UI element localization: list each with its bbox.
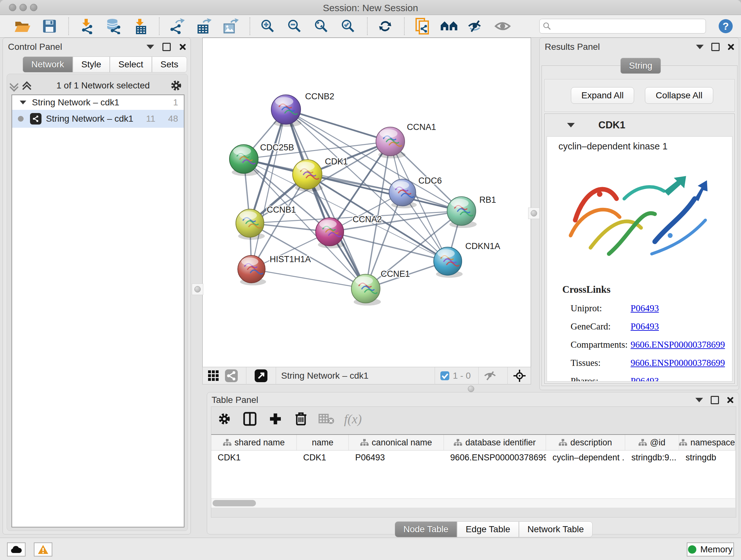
column-header-shared-name[interactable]: shared name <box>211 435 297 450</box>
node-table: shared namenamecanonical namedatabase id… <box>211 434 735 508</box>
search-input[interactable] <box>551 21 702 32</box>
birds-eye-view-button[interactable] <box>206 369 220 383</box>
tab-edge-table[interactable]: Edge Table <box>457 521 519 537</box>
collection-expander-icon[interactable] <box>20 101 26 105</box>
delete-column-button[interactable] <box>293 411 309 427</box>
selected-nodes-checkbox[interactable] <box>440 371 450 381</box>
node-label-CCNB2: CCNB2 <box>305 91 334 101</box>
update-network-button[interactable] <box>376 17 394 36</box>
gene-card-header[interactable]: CDK1 <box>545 115 733 136</box>
create-column-button[interactable] <box>267 411 283 427</box>
tab-network-table[interactable]: Network Table <box>519 521 593 537</box>
left-splitter-handle[interactable] <box>192 284 203 295</box>
scrollbar-thumb[interactable] <box>212 500 256 506</box>
network-node-CCNA2[interactable] <box>316 218 345 248</box>
warnings-button[interactable] <box>34 543 52 557</box>
network-node-CCNA1[interactable] <box>376 127 406 159</box>
network-edge-CCNB2-HIST1H1A[interactable] <box>252 110 286 269</box>
crosslink-uniprot-link[interactable]: P06493 <box>630 303 659 313</box>
network-node-CCNB2[interactable] <box>271 95 301 127</box>
network-edge-CCNB2-CCNA1[interactable] <box>286 110 390 141</box>
column-header-database-identifier[interactable]: database identifier <box>444 435 546 450</box>
network-collection-row[interactable]: String Network – cdk1 1 <box>12 95 184 110</box>
expand-all-button[interactable]: Expand All <box>571 87 634 104</box>
function-builder-button[interactable]: f(x) <box>344 412 362 427</box>
tab-network[interactable]: Network <box>23 57 73 72</box>
help-button[interactable]: ? <box>719 19 733 33</box>
column-header-namespace[interactable]: namespace <box>679 435 735 450</box>
zoom-fit-button[interactable] <box>312 17 331 36</box>
export-table-button[interactable] <box>195 17 213 36</box>
save-session-button[interactable] <box>40 17 59 36</box>
network-row-selected[interactable]: String Network – cdk1 11 48 <box>12 110 184 128</box>
network-node-RB1[interactable] <box>447 197 477 228</box>
network-canvas[interactable]: CCNB2CCNA1CDC25BCDK1CDC6RB1CCNB1CCNA2CDK… <box>202 38 531 367</box>
network-node-HIST1H1A[interactable] <box>238 255 266 286</box>
houses-icon <box>440 19 458 33</box>
status-bar: Memory <box>0 538 741 560</box>
fit-selected-crosshair-icon[interactable] <box>513 369 526 382</box>
show-all-button[interactable] <box>493 17 512 36</box>
delete-table-button[interactable] <box>319 411 334 427</box>
network-options-gear-icon[interactable] <box>171 80 182 91</box>
tab-node-table[interactable]: Node Table <box>395 521 457 537</box>
bottom-splitter-handle[interactable] <box>465 385 477 392</box>
network-overview-toggle[interactable] <box>224 369 239 383</box>
zoom-in-button[interactable] <box>259 17 277 36</box>
collapse-all-button[interactable]: Collapse All <box>645 87 713 104</box>
memory-button[interactable]: Memory <box>687 543 734 557</box>
detach-view-button[interactable] <box>254 369 268 383</box>
table-row[interactable]: CDK1CDK1P064939606.ENSP00000378699cyclin… <box>211 450 735 464</box>
zoom-out-button[interactable] <box>285 17 304 36</box>
network-node-CCNB1[interactable] <box>236 209 265 240</box>
close-panel-icon[interactable] <box>727 396 734 403</box>
tab-sets[interactable]: Sets <box>152 57 187 72</box>
column-header-name[interactable]: name <box>297 435 349 450</box>
clone-network-button[interactable] <box>413 17 431 36</box>
network-node-CDK1[interactable] <box>293 160 323 192</box>
expand-all-icon[interactable] <box>23 81 31 90</box>
cloud-status-button[interactable] <box>7 543 25 557</box>
open-session-button[interactable] <box>13 17 32 36</box>
column-header-description[interactable]: description <box>546 435 625 450</box>
zoom-selected-button[interactable] <box>339 17 357 36</box>
column-header--id[interactable]: @id <box>625 435 679 450</box>
float-panel-icon[interactable] <box>711 396 719 404</box>
crosslink-genecard-link[interactable]: P06493 <box>630 321 659 331</box>
gene-expander-icon[interactable] <box>567 123 575 127</box>
tab-string-results[interactable]: String <box>620 58 661 74</box>
column-header-canonical-name[interactable]: canonical name <box>349 435 444 450</box>
panel-menu-icon[interactable] <box>695 398 703 402</box>
search-icon <box>543 22 551 30</box>
tab-select[interactable]: Select <box>110 57 152 72</box>
close-panel-icon[interactable] <box>727 44 734 51</box>
close-panel-icon[interactable] <box>179 44 186 51</box>
panel-menu-icon[interactable] <box>146 45 154 49</box>
tab-style[interactable]: Style <box>73 57 110 72</box>
network-node-CDC6[interactable] <box>389 179 417 208</box>
crosslink-pharos-link[interactable]: P06493 <box>630 376 659 381</box>
network-node-CDC25B[interactable] <box>229 145 259 176</box>
crosslink-compartments-link[interactable]: 9606.ENSP00000378699 <box>630 339 725 350</box>
hidden-elements-icon[interactable] <box>484 371 496 381</box>
table-options-button[interactable] <box>216 411 232 427</box>
collapse-all-icon[interactable] <box>10 81 18 90</box>
export-network-button[interactable] <box>168 17 186 36</box>
export-image-button[interactable] <box>221 17 240 36</box>
import-table-from-file-button[interactable] <box>131 17 149 36</box>
crosslink-tissues-link[interactable]: 9606.ENSP00000378699 <box>630 358 725 368</box>
import-network-from-file-button[interactable] <box>77 17 96 36</box>
network-node-CDKN1A[interactable] <box>434 247 463 278</box>
show-column-button[interactable] <box>242 411 258 427</box>
first-neighbors-button[interactable] <box>440 17 458 36</box>
import-network-from-database-button[interactable] <box>104 17 123 36</box>
float-panel-icon[interactable] <box>162 43 171 51</box>
table-horizontal-scrollbar[interactable] <box>211 498 735 508</box>
panel-menu-icon[interactable] <box>696 45 704 49</box>
float-panel-icon[interactable] <box>711 43 720 51</box>
right-splitter-handle[interactable] <box>528 207 540 219</box>
hide-selected-button[interactable] <box>467 17 485 36</box>
network-graph[interactable]: CCNB2CCNA1CDC25BCDK1CDC6RB1CCNB1CCNA2CDK… <box>203 38 531 367</box>
column-tree-icon <box>679 439 687 446</box>
network-node-CCNE1[interactable] <box>351 274 381 306</box>
